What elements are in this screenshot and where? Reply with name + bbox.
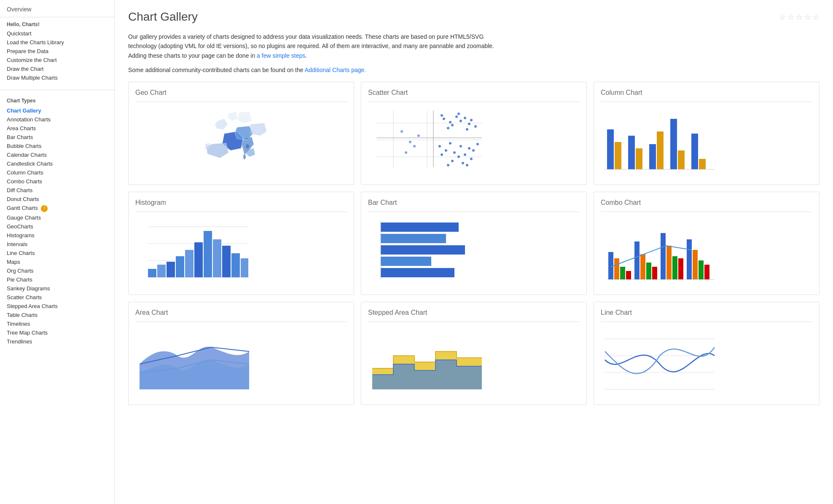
sidebar-item-area-charts[interactable]: Area Charts <box>7 124 107 133</box>
sidebar-item-gauge-charts[interactable]: Gauge Charts <box>7 213 107 222</box>
svg-point-28 <box>468 147 470 150</box>
svg-point-18 <box>470 119 473 121</box>
description-2: Some additional community-contributed ch… <box>128 65 508 75</box>
svg-rect-67 <box>231 253 240 277</box>
svg-rect-51 <box>691 134 698 169</box>
svg-rect-61 <box>176 256 184 277</box>
page-header: Chart Gallery ☆ ☆ ☆ ☆ ☆ <box>128 10 820 24</box>
star-5[interactable]: ☆ <box>813 13 820 22</box>
sidebar-item-bubble-charts[interactable]: Bubble Charts <box>7 142 107 150</box>
svg-rect-60 <box>167 262 175 277</box>
scatter-chart-card: Scatter Chart <box>361 82 587 185</box>
svg-rect-46 <box>636 148 642 169</box>
svg-rect-88 <box>687 239 692 279</box>
scatter-svg <box>368 106 486 174</box>
sidebar-item-draw-chart[interactable]: Draw the Chart <box>7 64 107 73</box>
svg-rect-68 <box>241 258 248 277</box>
sidebar-item-annotation-charts[interactable]: Annotation Charts <box>7 115 107 124</box>
sidebar-item-line-charts[interactable]: Line Charts <box>7 249 107 257</box>
sidebar-item-customize-chart[interactable]: Customize the Chart <box>7 56 107 64</box>
svg-rect-59 <box>157 265 166 277</box>
sidebar-overview-section: Overview <box>0 0 114 17</box>
sidebar-item-org-charts[interactable]: Org Charts <box>7 266 107 275</box>
svg-point-31 <box>476 143 479 145</box>
sidebar-item-intervals[interactable]: Intervals <box>7 240 107 249</box>
page-title: Chart Gallery <box>128 10 198 24</box>
sidebar-item-tree-map-charts[interactable]: Tree Map Charts <box>7 328 107 337</box>
column-svg <box>601 106 719 174</box>
sidebar-item-draw-multiple[interactable]: Draw Multiple Charts <box>7 73 107 82</box>
overview-label[interactable]: Overview <box>7 6 31 13</box>
star-1[interactable]: ☆ <box>779 13 786 22</box>
svg-rect-87 <box>678 258 683 279</box>
svg-point-1 <box>243 154 246 159</box>
sidebar-item-combo-charts[interactable]: Combo Charts <box>7 177 107 186</box>
sidebar-item-table-charts[interactable]: Table Charts <box>7 311 107 319</box>
svg-point-27 <box>464 153 466 156</box>
svg-point-39 <box>409 141 411 143</box>
column-chart-title: Column Chart <box>601 89 812 97</box>
svg-point-25 <box>453 151 456 154</box>
sidebar-hello: Hello, Charts! <box>7 21 107 27</box>
svg-rect-84 <box>661 233 666 279</box>
histogram-chart-card: Histogram <box>128 192 354 295</box>
chart-grid: Geo Chart <box>128 82 820 405</box>
sidebar-item-chart-gallery[interactable]: Chart Gallery <box>7 106 107 115</box>
svg-rect-78 <box>620 267 625 279</box>
sidebar-item-column-charts[interactable]: Column Charts <box>7 168 107 177</box>
sidebar-item-calendar-charts[interactable]: Calendar Charts <box>7 150 107 159</box>
svg-point-36 <box>466 164 468 166</box>
svg-point-24 <box>449 142 451 145</box>
sidebar-item-load-charts[interactable]: Load the Charts Library <box>7 38 107 47</box>
star-rating[interactable]: ☆ ☆ ☆ ☆ ☆ <box>779 13 820 22</box>
star-4[interactable]: ☆ <box>804 13 811 22</box>
sidebar-item-donut-charts[interactable]: Donut Charts <box>7 195 107 204</box>
sidebar-item-diff-charts[interactable]: Diff Charts <box>7 186 107 195</box>
sidebar-item-histograms[interactable]: Histograms <box>7 231 107 240</box>
sidebar-item-prepare-data[interactable]: Prepare the Data <box>7 47 107 56</box>
svg-rect-85 <box>666 246 672 279</box>
sidebar-item-trendlines[interactable]: Trendlines <box>7 337 107 346</box>
area-chart-title: Area Chart <box>135 309 347 316</box>
sidebar-item-sankey-diagrams[interactable]: Sankey Diagrams <box>7 284 107 293</box>
sidebar-item-maps[interactable]: Maps <box>7 257 107 266</box>
star-3[interactable]: ☆ <box>796 13 803 22</box>
sidebar-item-timelines[interactable]: Timelines <box>7 319 107 328</box>
stepped-area-chart-card: Stepped Area Chart <box>361 302 587 405</box>
svg-rect-86 <box>672 256 677 279</box>
svg-rect-79 <box>626 271 631 279</box>
svg-point-38 <box>400 130 403 133</box>
sidebar-item-bar-charts[interactable]: Bar Charts <box>7 133 107 142</box>
bar-chart-visual <box>368 216 580 288</box>
combo-svg <box>601 216 719 284</box>
sidebar-item-pie-charts[interactable]: Pie Charts <box>7 275 107 284</box>
svg-rect-72 <box>381 257 431 266</box>
svg-rect-83 <box>652 267 657 279</box>
sidebar-item-gantt-charts[interactable]: Gantt Charts ! <box>7 204 107 213</box>
scatter-chart-visual <box>368 106 580 178</box>
sidebar-item-stepped-area-charts[interactable]: Stepped Area Charts <box>7 302 107 311</box>
simple-steps-link[interactable]: a few simple steps <box>257 52 305 59</box>
main-content: Chart Gallery ☆ ☆ ☆ ☆ ☆ Our gallery prov… <box>115 0 833 504</box>
sidebar-item-candlestick-charts[interactable]: Candlestick Charts <box>7 159 107 168</box>
svg-rect-65 <box>213 239 221 277</box>
sidebar-item-quickstart[interactable]: Quickstart <box>7 29 107 38</box>
svg-rect-91 <box>704 265 709 279</box>
gantt-badge: ! <box>41 205 48 212</box>
star-2[interactable]: ☆ <box>787 13 794 22</box>
sidebar-item-scatter-charts[interactable]: Scatter Charts <box>7 293 107 302</box>
geo-chart-svg <box>182 108 300 176</box>
svg-point-9 <box>443 118 445 120</box>
svg-point-34 <box>462 162 464 164</box>
svg-point-41 <box>413 145 416 147</box>
sidebar-divider <box>0 90 114 90</box>
svg-rect-82 <box>646 263 651 279</box>
chart-types-label: Chart Types <box>7 98 107 104</box>
svg-rect-45 <box>628 136 635 169</box>
svg-rect-81 <box>640 254 645 279</box>
stepped-area-svg <box>368 326 486 394</box>
additional-charts-link[interactable]: Additional Charts page. <box>305 67 366 73</box>
bar-chart-card: Bar Chart <box>361 192 587 295</box>
sidebar-item-geo-charts[interactable]: GeoCharts <box>7 222 107 231</box>
svg-rect-47 <box>649 144 656 169</box>
